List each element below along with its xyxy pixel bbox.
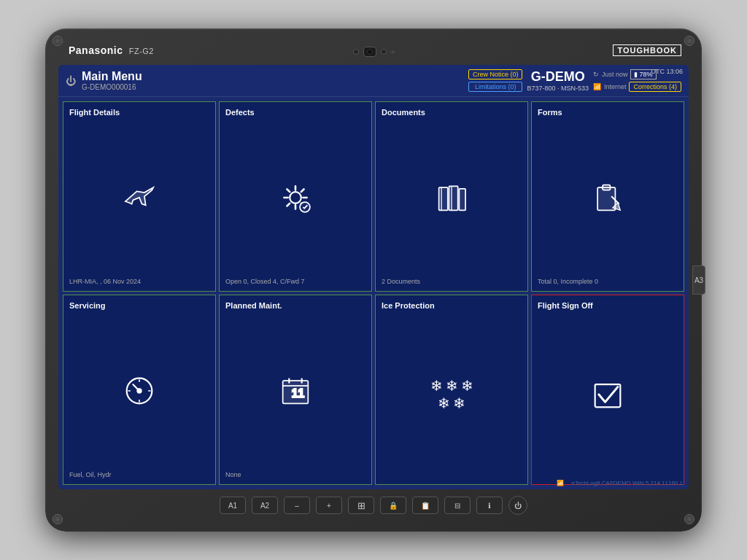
cell-icon-forms (538, 120, 678, 275)
speaker-dot (391, 50, 395, 54)
hw-button-a1[interactable]: A1 (220, 497, 246, 514)
tablet-device: A3 Panasonic FZ-G2 TOUGHBOOK UTC 13:06 ⏻… (45, 28, 702, 532)
main-grid: Flight Details LHR-MIA, , 06 Nov 2024 De… (58, 97, 689, 489)
cell-status-forms: Total 0, Incomplete 0 (538, 278, 678, 285)
grid-cell-defects[interactable]: Defects Open 0, Closed 4, C/Fwd 7 (219, 101, 372, 292)
cell-icon-flight-details (69, 120, 209, 275)
tablet-bottom-buttons: A1 A2 – + ⊞ 🔒 📋 ⊟ ℹ ⏻ (58, 492, 689, 518)
svg-rect-4 (449, 186, 458, 210)
snowflake-1: ❄ (430, 378, 443, 393)
internet-status: Internet (604, 83, 627, 90)
footer-info: 📶 eTechLog8 CAFDEMO WIN.5.214.11160.1 (557, 480, 683, 486)
header-middle: Crew Notice (0) Limitations (0) G-DEMO B… (468, 69, 681, 92)
grid-cell-forms[interactable]: Forms Total 0, Incomplete 0 (531, 101, 684, 292)
cell-title-forms: Forms (538, 108, 678, 117)
grid-cell-flight-details[interactable]: Flight Details LHR-MIA, , 06 Nov 2024 (63, 101, 216, 292)
grid-cell-flight-sign-off[interactable]: Flight Sign Off (531, 295, 684, 485)
cell-icon-ice-protection: ❄ ❄ ❄ ❄ ❄ (382, 313, 522, 475)
snowflake-3: ❄ (461, 378, 473, 393)
corrections-button[interactable]: Corrections (4) (629, 82, 681, 92)
cell-icon-flight-sign-off (538, 313, 678, 475)
checkbox-icon (589, 376, 627, 413)
aircraft-id: G-DEMO (531, 69, 585, 85)
screw-br (684, 514, 694, 524)
hw-button-a2[interactable]: A2 (252, 497, 278, 514)
svg-rect-6 (459, 188, 465, 209)
plane-icon (120, 179, 158, 217)
hw-button-plus[interactable]: + (316, 497, 342, 514)
hw-button-lock[interactable]: 🔒 (380, 497, 406, 514)
gauge-icon (120, 372, 158, 410)
cell-icon-servicing (69, 313, 209, 468)
cell-title-flight-details: Flight Details (69, 108, 209, 117)
svg-rect-8 (603, 184, 610, 190)
main-menu-subtitle: G-DEMO000016 (82, 83, 142, 91)
cell-status-planned-maint: None (225, 471, 365, 478)
cell-title-documents: Documents (382, 108, 522, 117)
crew-notice-button[interactable]: Crew Notice (0) (468, 69, 523, 79)
screen: UTC 13:06 ⏻ Main Menu G-DEMO000016 Crew … (58, 65, 689, 489)
footer-text: eTechLog8 CAFDEMO WIN.5.214.11160.1 (571, 480, 683, 486)
cell-title-ice-protection: Ice Protection (382, 301, 522, 310)
screen-header: UTC 13:06 ⏻ Main Menu G-DEMO000016 Crew … (58, 65, 689, 97)
clipboard-icon (589, 179, 627, 217)
indicator-dot (353, 49, 359, 55)
calendar-icon: 11 (276, 372, 314, 410)
sync-status: Just now (602, 71, 628, 78)
camera-inner (367, 49, 373, 55)
hw-button-minus[interactable]: – (284, 497, 310, 514)
snowflake-5: ❄ (453, 396, 465, 411)
snowflake-group: ❄ ❄ ❄ ❄ ❄ (430, 378, 473, 411)
snowflake-4: ❄ (438, 396, 450, 411)
cell-title-defects: Defects (225, 108, 365, 117)
screw-bl (53, 514, 63, 524)
cell-status-documents: 2 Documents (382, 278, 522, 285)
books-icon (433, 179, 471, 217)
tablet-brand: Panasonic FZ-G2 (66, 44, 154, 56)
hw-button-power[interactable]: ⏻ (508, 496, 527, 515)
svg-rect-2 (439, 187, 448, 210)
tablet-top-bar: Panasonic FZ-G2 TOUGHBOOK (58, 42, 689, 62)
hw-button-layers[interactable]: ⊟ (444, 497, 471, 514)
camera-lens (363, 47, 376, 57)
cell-status-servicing: Fuel, Oil, Hydr (69, 471, 209, 478)
aircraft-sub: B737-800 · MSN-533 (527, 85, 589, 92)
cell-status-flight-details: LHR-MIA, , 06 Nov 2024 (69, 278, 209, 285)
grid-cell-servicing[interactable]: Servicing Fuel, Oil, Hydr (63, 295, 216, 485)
limitations-button[interactable]: Limitations (0) (468, 82, 523, 92)
indicator-dot2 (381, 49, 387, 55)
main-menu-title: Main Menu (82, 70, 142, 83)
hw-button-clipboard[interactable]: 📋 (412, 497, 438, 514)
toughbook-label: TOUGHBOOK (613, 44, 681, 56)
cell-icon-defects (225, 120, 365, 275)
power-icon: ⏻ (66, 75, 76, 87)
hw-button-windows[interactable]: ⊞ (348, 497, 374, 514)
cell-title-planned-maint: Planned Maint. (225, 301, 365, 310)
hw-button-info[interactable]: ℹ (476, 497, 503, 514)
cell-icon-planned-maint: 11 (225, 313, 365, 468)
svg-point-0 (290, 192, 301, 203)
header-left: ⏻ Main Menu G-DEMO000016 (66, 70, 142, 91)
svg-rect-7 (597, 187, 615, 210)
cell-title-flight-sign-off: Flight Sign Off (538, 301, 678, 310)
cell-icon-documents (382, 120, 522, 275)
grid-cell-ice-protection[interactable]: Ice Protection ❄ ❄ ❄ ❄ ❄ (375, 295, 528, 485)
svg-point-16 (137, 389, 141, 392)
utc-time: UTC 13:06 (651, 68, 683, 75)
snowflake-2: ❄ (446, 378, 458, 393)
side-button-a3[interactable]: A3 (692, 265, 705, 295)
cell-title-servicing: Servicing (69, 301, 209, 310)
gear-icon (276, 179, 314, 217)
camera-area (353, 47, 395, 57)
svg-text:11: 11 (292, 386, 305, 399)
cell-status-defects: Open 0, Closed 4, C/Fwd 7 (225, 278, 365, 285)
grid-cell-planned-maint[interactable]: Planned Maint. 11 None (219, 295, 372, 485)
grid-cell-documents[interactable]: Documents 2 Documents (375, 101, 528, 292)
